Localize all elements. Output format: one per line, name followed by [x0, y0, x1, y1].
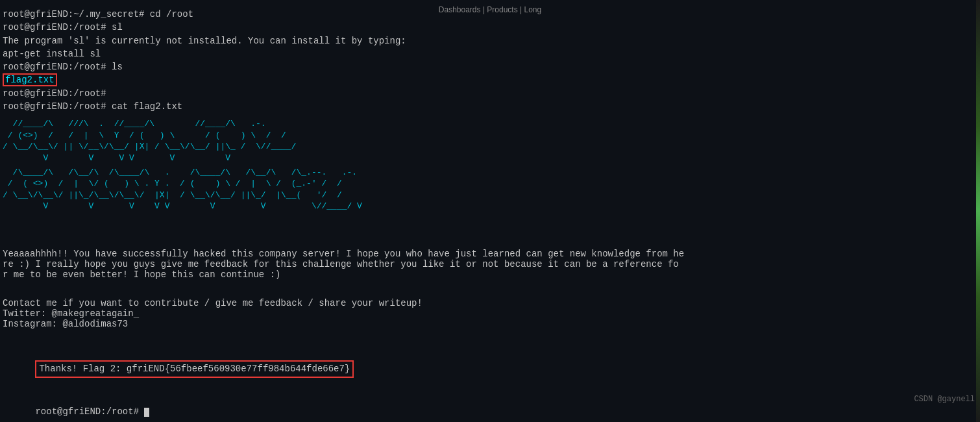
terminal: Dashboards | Products | Long root@gfriEN…: [0, 0, 980, 422]
ascii-art-block: /\____/\ /\__/\ /\____/\ . /\____/\ /\__…: [3, 167, 977, 212]
blank-line-2: [3, 334, 977, 347]
line-3: The program 'sl' is currently not instal…: [3, 34, 977, 47]
success-message: Yeaaaahhhh!! You have successfully hacke…: [3, 249, 977, 280]
line-7: root@gfriEND:/root#: [3, 87, 977, 100]
prompt-text-2: root@gfriEND:/root# sl: [3, 22, 123, 32]
last-prompt: root@gfriEND:/root#: [35, 406, 144, 417]
contact-info: Contact me if you want to contribute / g…: [3, 298, 977, 329]
line-5: root@gfriEND:/root# ls: [3, 60, 977, 73]
cursor: [144, 408, 149, 417]
blank-line: [3, 285, 977, 298]
top-nav-text: Dashboards | Products | Long: [439, 5, 541, 14]
ascii-art: //____/\ ///\ . //____/\ //____/\ .-. / …: [3, 118, 977, 164]
flag-line-wrapper: Thanks! Flag 2: gfriEND{56fbeef560930e77…: [3, 347, 977, 391]
output-1: The program 'sl' is currently not instal…: [3, 36, 406, 46]
prompt-text-1: root@gfriEND:~/.my_secret# cd /root: [3, 9, 193, 19]
output-2: apt-get install sl: [3, 49, 101, 59]
prompt-text-3: root@gfriEND:/root# ls: [3, 62, 123, 72]
prompt-text-5: root@gfriEND:/root# cat flag2.txt: [3, 101, 182, 112]
flag-file: flag2.txt: [3, 73, 57, 86]
prompt-text-4: root@gfriEND:/root#: [3, 88, 106, 99]
line-2: root@gfriEND:/root# sl: [3, 21, 977, 34]
line-4: apt-get install sl: [3, 47, 977, 60]
line-8: root@gfriEND:/root# cat flag2.txt: [3, 100, 977, 113]
watermark: CSDN @gaynell: [914, 395, 975, 404]
scroll-indicator[interactable]: [976, 0, 980, 422]
flag-line: Thanks! Flag 2: gfriEND{56fbeef560930e77…: [35, 360, 354, 377]
top-nav: Dashboards | Products | Long: [439, 5, 541, 14]
line-6: flag2.txt: [3, 73, 977, 86]
last-prompt-line: root@gfriEND:/root#: [3, 392, 977, 422]
